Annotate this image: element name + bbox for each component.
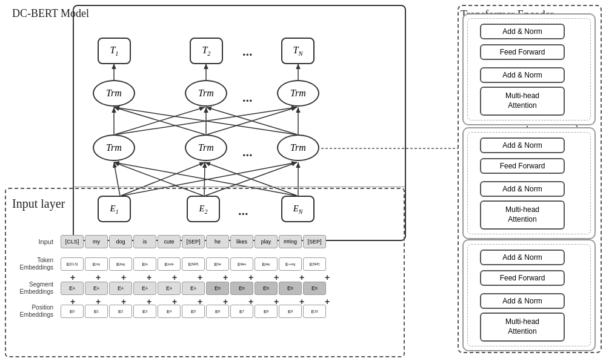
cell-sep1: [SEP] [182,235,205,248]
add-norm-3-top: Add & Norm [480,24,565,39]
multi-head-3: Multi-headAttention [480,87,565,116]
add-norm-3-bottom: Add & Norm [480,67,565,83]
cell-cute: cute [158,235,181,248]
pos-9: E9 [279,305,302,318]
pos-3: E3 [133,305,156,318]
pos-8: E8 [255,305,278,318]
transformer-block-3: Add & Norm Feed Forward Add & Norm Multi… [462,13,596,125]
cell-is: is [133,235,156,248]
position-label: PositionEmbeddings [11,304,53,319]
multi-head-2: Multi-headAttention [480,200,565,230]
e1-node: E1 [98,196,131,222]
input-layer-title: Input layer [12,197,65,211]
t1-node: T1 [98,38,131,64]
pos-6: E6 [206,305,229,318]
transformer-block-3-inner: Add & Norm Feed Forward Add & Norm Multi… [467,18,591,121]
en-node: EN [281,196,315,222]
multi-head-1: Multi-headAttention [480,313,565,342]
pos-10: E10 [303,305,326,318]
lower-trm-2: Trm [185,134,227,161]
cell-ing: ##ing [279,235,302,248]
seg-b5: EB [303,282,326,295]
dcbert-divider [74,187,405,187]
input-label: Input [11,238,53,245]
token-label: TokenEmbeddings [11,257,53,271]
seg-a4: EA [133,282,156,295]
seg-a2: EA [85,282,108,295]
token-he: Ehe [206,257,229,271]
token-ing: E++ing [279,257,302,271]
token-sep2: E[SEP] [303,257,326,271]
feed-forward-3: Feed Forward [480,44,565,60]
add-norm-2-top: Add & Norm [480,137,565,153]
add-norm-2-bottom: Add & Norm [480,181,565,197]
token-likes: Elikes [230,257,253,271]
position-cells: E0 E1 E2 E3 E4 E5 E6 E7 E8 E9 E10 [61,305,326,318]
e2-node: E2 [187,196,220,222]
pos-4: E4 [158,305,181,318]
seg-a6: EA [182,282,205,295]
seg-b2: EB [230,282,253,295]
lower-trm-dots: ... [242,144,253,160]
token-my: Emy [85,257,108,271]
token-play: Eplay [255,257,278,271]
add-norm-1-top: Add & Norm [480,250,565,265]
token-cls: E[CLS] [61,257,84,271]
upper-trm-1: Trm [93,80,135,107]
feed-forward-1: Feed Forward [480,270,565,286]
token-sep1: E[SEP] [182,257,205,271]
tn-node: TN [281,38,315,64]
transformer-block-1: Add & Norm Feed Forward Add & Norm Multi… [462,239,596,351]
input-cells: [CLS] my dog is cute [SEP] he likes play… [61,235,326,248]
seg-a1: EA [61,282,84,295]
cell-cls: [CLS] [61,235,84,248]
pos-7: E7 [230,305,253,318]
pos-2: E2 [109,305,132,318]
cell-sep2: [SEP] [303,235,326,248]
lower-trm-n: Trm [277,134,319,161]
cell-he: he [206,235,229,248]
add-norm-1-bottom: Add & Norm [480,293,565,309]
feed-forward-2: Feed Forward [480,158,565,174]
lower-trm-1: Trm [93,134,135,161]
upper-trm-dots: ... [242,90,253,105]
input-row: Input [CLS] my dog is cute [SEP] he like… [11,235,326,248]
position-row: PositionEmbeddings E0 E1 E2 E3 E4 E5 E6 … [11,304,326,319]
upper-trm-n: Trm [277,80,319,107]
e-dots: ... [238,203,248,219]
upper-trm-2: Trm [185,80,227,107]
seg-b1: EB [206,282,229,295]
t2-node: T2 [190,38,223,64]
segment-row: SegmentEmbeddings EA EA EA EA EA EA EB E… [11,281,326,296]
segment-cells: EA EA EA EA EA EA EB EB EB EB EB [61,282,326,295]
t-dots: ... [242,44,253,59]
token-row: TokenEmbeddings E[CLS] Emy Edog Eis Ecut… [11,257,326,271]
seg-b4: EB [279,282,302,295]
dcbert-title: DC-BERT Model [12,7,89,20]
cell-likes: likes [230,235,253,248]
pos-0: E0 [61,305,84,318]
seg-b3: EB [255,282,278,295]
transformer-block-2-inner: Add & Norm Feed Forward Add & Norm Multi… [467,132,591,234]
transformer-block-2: Add & Norm Feed Forward Add & Norm Multi… [462,127,596,239]
token-dog: Edog [109,257,132,271]
cell-play: play [255,235,278,248]
token-cute: Ecute [158,257,181,271]
cell-my: my [85,235,108,248]
main-container: DC-BERT Model Input layer Transformer En… [0,0,606,364]
token-is: Eis [133,257,156,271]
transformer-block-1-inner: Add & Norm Feed Forward Add & Norm Multi… [467,244,591,346]
pos-5: E5 [182,305,205,318]
seg-a3: EA [109,282,132,295]
cell-dog: dog [109,235,132,248]
pos-1: E1 [85,305,108,318]
token-cells: E[CLS] Emy Edog Eis Ecute E[SEP] Ehe Eli… [61,257,326,271]
segment-label: SegmentEmbeddings [11,281,53,296]
seg-a5: EA [158,282,181,295]
